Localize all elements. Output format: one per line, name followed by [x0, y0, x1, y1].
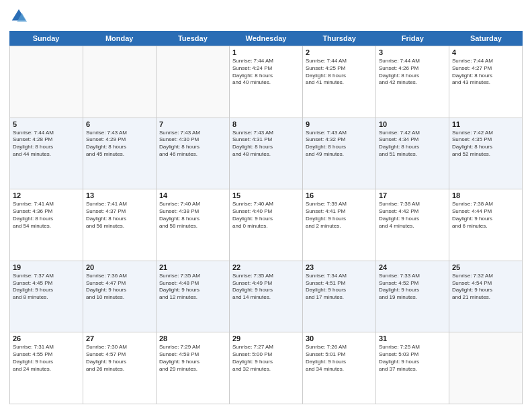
logo-icon	[9, 7, 28, 26]
calendar-week: 12Sunrise: 7:41 AM Sunset: 4:36 PM Dayli…	[9, 189, 523, 261]
calendar-cell: 11Sunrise: 7:42 AM Sunset: 4:35 PM Dayli…	[449, 118, 523, 189]
header-day: Friday	[376, 31, 449, 46]
day-info: Sunrise: 7:44 AM Sunset: 4:24 PM Dayligh…	[232, 58, 300, 87]
day-info: Sunrise: 7:43 AM Sunset: 4:30 PM Dayligh…	[159, 130, 226, 158]
calendar-week: 26Sunrise: 7:31 AM Sunset: 4:55 PM Dayli…	[9, 332, 523, 404]
calendar-cell: 23Sunrise: 7:34 AM Sunset: 4:51 PM Dayli…	[303, 261, 376, 332]
calendar-cell: 25Sunrise: 7:32 AM Sunset: 4:54 PM Dayli…	[449, 261, 523, 332]
day-number: 8	[232, 120, 300, 128]
calendar-cell: 17Sunrise: 7:38 AM Sunset: 4:42 PM Dayli…	[376, 189, 449, 261]
calendar-week: 5Sunrise: 7:44 AM Sunset: 4:28 PM Daylig…	[9, 118, 523, 190]
calendar-week: 1Sunrise: 7:44 AM Sunset: 4:24 PM Daylig…	[9, 46, 523, 118]
calendar-cell: 18Sunrise: 7:38 AM Sunset: 4:44 PM Dayli…	[449, 189, 523, 261]
calendar-cell: 15Sunrise: 7:40 AM Sunset: 4:40 PM Dayli…	[230, 189, 303, 261]
day-number: 16	[306, 191, 373, 199]
day-info: Sunrise: 7:33 AM Sunset: 4:52 PM Dayligh…	[379, 273, 446, 302]
day-info: Sunrise: 7:37 AM Sunset: 4:45 PM Dayligh…	[13, 273, 80, 302]
day-number: 17	[379, 191, 446, 199]
calendar-cell	[83, 46, 157, 118]
calendar-cell: 10Sunrise: 7:42 AM Sunset: 4:34 PM Dayli…	[376, 118, 449, 189]
calendar-cell: 5Sunrise: 7:44 AM Sunset: 4:28 PM Daylig…	[10, 118, 83, 189]
day-info: Sunrise: 7:25 AM Sunset: 5:03 PM Dayligh…	[379, 344, 446, 373]
day-info: Sunrise: 7:43 AM Sunset: 4:29 PM Dayligh…	[86, 130, 153, 158]
calendar-body: 1Sunrise: 7:44 AM Sunset: 4:24 PM Daylig…	[9, 46, 523, 404]
day-info: Sunrise: 7:38 AM Sunset: 4:44 PM Dayligh…	[452, 201, 519, 230]
day-number: 13	[86, 191, 153, 199]
day-number: 9	[306, 120, 373, 128]
header	[9, 7, 523, 26]
calendar-cell: 19Sunrise: 7:37 AM Sunset: 4:45 PM Dayli…	[10, 261, 83, 332]
day-info: Sunrise: 7:40 AM Sunset: 4:38 PM Dayligh…	[159, 201, 226, 230]
day-info: Sunrise: 7:29 AM Sunset: 4:58 PM Dayligh…	[159, 344, 226, 373]
calendar-cell: 31Sunrise: 7:25 AM Sunset: 5:03 PM Dayli…	[376, 332, 449, 404]
day-info: Sunrise: 7:27 AM Sunset: 5:00 PM Dayligh…	[232, 344, 300, 373]
day-number: 3	[379, 48, 446, 56]
calendar-cell: 1Sunrise: 7:44 AM Sunset: 4:24 PM Daylig…	[230, 46, 303, 118]
day-number: 4	[452, 48, 519, 56]
day-info: Sunrise: 7:36 AM Sunset: 4:47 PM Dayligh…	[86, 273, 153, 302]
day-info: Sunrise: 7:42 AM Sunset: 4:34 PM Dayligh…	[379, 130, 446, 158]
day-number: 12	[13, 191, 80, 199]
day-number: 21	[159, 263, 226, 271]
page: SundayMondayTuesdayWednesdayThursdayFrid…	[0, 0, 532, 411]
header-day: Monday	[83, 31, 156, 46]
calendar-cell: 8Sunrise: 7:43 AM Sunset: 4:31 PM Daylig…	[230, 118, 303, 189]
day-number: 15	[232, 191, 300, 199]
day-info: Sunrise: 7:30 AM Sunset: 4:57 PM Dayligh…	[86, 344, 153, 373]
day-info: Sunrise: 7:35 AM Sunset: 4:48 PM Dayligh…	[159, 273, 226, 302]
day-number: 11	[452, 120, 519, 128]
day-number: 7	[159, 120, 226, 128]
calendar-cell: 20Sunrise: 7:36 AM Sunset: 4:47 PM Dayli…	[83, 261, 157, 332]
calendar-header: SundayMondayTuesdayWednesdayThursdayFrid…	[9, 31, 523, 46]
day-number: 28	[159, 334, 226, 342]
calendar-cell: 28Sunrise: 7:29 AM Sunset: 4:58 PM Dayli…	[157, 332, 230, 404]
day-info: Sunrise: 7:44 AM Sunset: 4:26 PM Dayligh…	[379, 58, 446, 87]
calendar: SundayMondayTuesdayWednesdayThursdayFrid…	[9, 31, 523, 404]
calendar-cell: 21Sunrise: 7:35 AM Sunset: 4:48 PM Dayli…	[157, 261, 230, 332]
day-number: 18	[452, 191, 519, 199]
calendar-cell: 7Sunrise: 7:43 AM Sunset: 4:30 PM Daylig…	[157, 118, 230, 189]
header-day: Saturday	[449, 31, 523, 46]
header-day: Thursday	[303, 31, 376, 46]
calendar-cell: 2Sunrise: 7:44 AM Sunset: 4:25 PM Daylig…	[303, 46, 376, 118]
calendar-cell	[10, 46, 83, 118]
calendar-cell: 4Sunrise: 7:44 AM Sunset: 4:27 PM Daylig…	[449, 46, 523, 118]
calendar-week: 19Sunrise: 7:37 AM Sunset: 4:45 PM Dayli…	[9, 261, 523, 333]
day-number: 23	[306, 263, 373, 271]
day-info: Sunrise: 7:42 AM Sunset: 4:35 PM Dayligh…	[452, 130, 519, 158]
day-info: Sunrise: 7:41 AM Sunset: 4:36 PM Dayligh…	[13, 201, 80, 230]
day-number: 1	[232, 48, 300, 56]
day-number: 5	[13, 120, 80, 128]
day-number: 26	[13, 334, 80, 342]
day-number: 10	[379, 120, 446, 128]
day-info: Sunrise: 7:39 AM Sunset: 4:41 PM Dayligh…	[306, 201, 373, 230]
header-day: Tuesday	[156, 31, 229, 46]
calendar-cell: 13Sunrise: 7:41 AM Sunset: 4:37 PM Dayli…	[83, 189, 157, 261]
day-number: 22	[232, 263, 300, 271]
day-info: Sunrise: 7:44 AM Sunset: 4:27 PM Dayligh…	[452, 58, 519, 87]
day-number: 29	[232, 334, 300, 342]
day-info: Sunrise: 7:43 AM Sunset: 4:31 PM Dayligh…	[232, 130, 300, 158]
calendar-cell: 24Sunrise: 7:33 AM Sunset: 4:52 PM Dayli…	[376, 261, 449, 332]
day-info: Sunrise: 7:44 AM Sunset: 4:25 PM Dayligh…	[306, 58, 373, 87]
day-info: Sunrise: 7:41 AM Sunset: 4:37 PM Dayligh…	[86, 201, 153, 230]
calendar-cell: 30Sunrise: 7:26 AM Sunset: 5:01 PM Dayli…	[303, 332, 376, 404]
day-number: 14	[159, 191, 226, 199]
day-info: Sunrise: 7:38 AM Sunset: 4:42 PM Dayligh…	[379, 201, 446, 230]
calendar-cell: 12Sunrise: 7:41 AM Sunset: 4:36 PM Dayli…	[10, 189, 83, 261]
day-number: 6	[86, 120, 153, 128]
day-number: 27	[86, 334, 153, 342]
logo	[9, 7, 31, 26]
day-info: Sunrise: 7:26 AM Sunset: 5:01 PM Dayligh…	[306, 344, 373, 373]
day-number: 31	[379, 334, 446, 342]
day-info: Sunrise: 7:32 AM Sunset: 4:54 PM Dayligh…	[452, 273, 519, 302]
day-info: Sunrise: 7:43 AM Sunset: 4:32 PM Dayligh…	[306, 130, 373, 158]
calendar-cell	[157, 46, 230, 118]
day-info: Sunrise: 7:40 AM Sunset: 4:40 PM Dayligh…	[232, 201, 300, 230]
day-number: 20	[86, 263, 153, 271]
header-day: Sunday	[9, 31, 83, 46]
day-info: Sunrise: 7:35 AM Sunset: 4:49 PM Dayligh…	[232, 273, 300, 302]
day-number: 30	[306, 334, 373, 342]
day-number: 19	[13, 263, 80, 271]
calendar-cell: 22Sunrise: 7:35 AM Sunset: 4:49 PM Dayli…	[230, 261, 303, 332]
